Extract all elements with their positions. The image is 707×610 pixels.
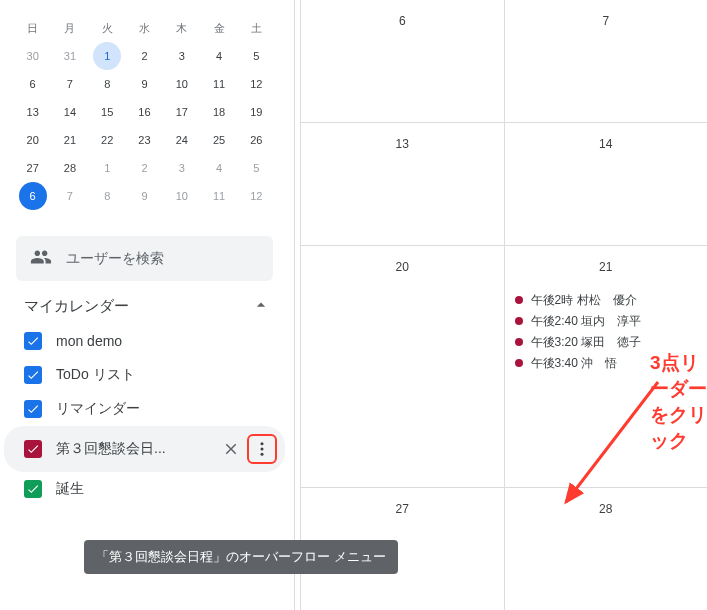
mini-day[interactable]: 30 <box>19 42 47 70</box>
close-icon[interactable] <box>217 435 245 463</box>
svg-point-1 <box>261 448 264 451</box>
mini-calendar: 日月火水木金土 30311234567891011121314151617181… <box>4 10 285 220</box>
event-label: 午後2時 村松 優介 <box>531 292 637 309</box>
mini-dow: 金 <box>200 16 237 42</box>
calendar-item[interactable]: リマインダー <box>4 392 285 426</box>
event-item[interactable]: 午後2時 村松 優介 <box>515 290 698 311</box>
mini-day[interactable]: 17 <box>168 98 196 126</box>
mini-day[interactable]: 23 <box>130 126 158 154</box>
mini-day[interactable]: 8 <box>93 70 121 98</box>
mini-day[interactable]: 4 <box>205 154 233 182</box>
mini-day[interactable]: 1 <box>93 154 121 182</box>
search-people[interactable]: ユーザーを検索 <box>16 236 273 281</box>
mini-dow: 日 <box>14 16 51 42</box>
mini-day[interactable]: 14 <box>56 98 84 126</box>
calendar-label: mon demo <box>56 333 277 349</box>
event-dot-icon <box>515 317 523 325</box>
chevron-up-icon <box>251 295 271 318</box>
overflow-tooltip: 「第３回懇談会日程」のオーバーフロー メニュー <box>84 540 398 574</box>
day-number: 27 <box>396 502 409 516</box>
calendar-label: 第３回懇談会日... <box>56 440 203 458</box>
mini-day[interactable]: 6 <box>19 182 47 210</box>
mini-day[interactable]: 9 <box>130 70 158 98</box>
svg-point-2 <box>261 453 264 456</box>
overflow-menu-button[interactable] <box>247 434 277 464</box>
calendar-checkbox[interactable] <box>24 440 42 458</box>
mini-dow: 火 <box>89 16 126 42</box>
mini-day[interactable]: 27 <box>19 154 47 182</box>
event-item[interactable]: 午後2:40 垣内 淳平 <box>515 311 698 332</box>
mini-day[interactable]: 7 <box>56 182 84 210</box>
mini-day[interactable]: 11 <box>205 182 233 210</box>
mini-day[interactable]: 22 <box>93 126 121 154</box>
mini-day[interactable]: 3 <box>168 154 196 182</box>
mini-day[interactable]: 12 <box>242 182 270 210</box>
day-cell[interactable]: 7 <box>504 0 708 122</box>
svg-point-0 <box>261 442 264 445</box>
mini-day[interactable]: 12 <box>242 70 270 98</box>
mini-day[interactable]: 16 <box>130 98 158 126</box>
mini-day[interactable]: 10 <box>168 182 196 210</box>
mini-dow: 土 <box>238 16 275 42</box>
event-label: 午後3:40 沖 悟 <box>531 355 618 372</box>
event-dot-icon <box>515 296 523 304</box>
calendar-label: 誕生 <box>56 480 277 498</box>
calendar-checkbox[interactable] <box>24 400 42 418</box>
day-number: 20 <box>396 260 409 274</box>
vertical-divider <box>290 0 300 610</box>
day-cell[interactable]: 20 <box>300 245 504 488</box>
mini-day[interactable]: 26 <box>242 126 270 154</box>
day-number: 28 <box>599 502 612 516</box>
my-calendars-title: マイカレンダー <box>24 297 129 316</box>
mini-day[interactable]: 18 <box>205 98 233 126</box>
day-number: 21 <box>599 260 612 274</box>
mini-dow: 月 <box>51 16 88 42</box>
mini-day[interactable]: 11 <box>205 70 233 98</box>
mini-day[interactable]: 13 <box>19 98 47 126</box>
mini-day[interactable]: 3 <box>168 42 196 70</box>
day-cell[interactable]: 28 <box>504 487 708 610</box>
mini-day[interactable]: 10 <box>168 70 196 98</box>
mini-day[interactable]: 6 <box>19 70 47 98</box>
calendar-item[interactable]: ToDo リスト <box>4 358 285 392</box>
day-cell[interactable]: 6 <box>300 0 504 122</box>
mini-dow: 水 <box>126 16 163 42</box>
event-dot-icon <box>515 338 523 346</box>
mini-day[interactable]: 25 <box>205 126 233 154</box>
mini-day[interactable]: 2 <box>130 154 158 182</box>
day-number: 6 <box>399 14 406 28</box>
calendar-checkbox[interactable] <box>24 480 42 498</box>
day-cell[interactable]: 14 <box>504 122 708 245</box>
mini-day[interactable]: 31 <box>56 42 84 70</box>
day-cell[interactable]: 13 <box>300 122 504 245</box>
main-calendar: 6713142021午後2時 村松 優介午後2:40 垣内 淳平午後3:20 塚… <box>300 0 707 610</box>
mini-day[interactable]: 15 <box>93 98 121 126</box>
mini-day[interactable]: 20 <box>19 126 47 154</box>
day-number: 14 <box>599 137 612 151</box>
calendar-item[interactable]: mon demo <box>4 324 285 358</box>
mini-day[interactable]: 28 <box>56 154 84 182</box>
calendar-checkbox[interactable] <box>24 366 42 384</box>
people-icon <box>30 246 52 271</box>
mini-day[interactable]: 4 <box>205 42 233 70</box>
mini-day[interactable]: 9 <box>130 182 158 210</box>
mini-day[interactable]: 1 <box>93 42 121 70</box>
day-number: 13 <box>396 137 409 151</box>
mini-day[interactable]: 7 <box>56 70 84 98</box>
event-label: 午後2:40 垣内 淳平 <box>531 313 642 330</box>
mini-day[interactable]: 5 <box>242 154 270 182</box>
my-calendars-header[interactable]: マイカレンダー <box>4 281 285 324</box>
calendar-label: リマインダー <box>56 400 277 418</box>
calendar-item[interactable]: 第３回懇談会日... <box>4 426 285 472</box>
mini-day[interactable]: 5 <box>242 42 270 70</box>
mini-day[interactable]: 8 <box>93 182 121 210</box>
calendar-item[interactable]: 誕生 <box>4 472 285 506</box>
annotation-text: 3点リーダーをクリック <box>650 350 707 454</box>
search-people-label: ユーザーを検索 <box>66 250 164 268</box>
mini-day[interactable]: 24 <box>168 126 196 154</box>
calendar-list: mon demoToDo リストリマインダー第３回懇談会日...誕生 <box>4 324 285 506</box>
mini-day[interactable]: 21 <box>56 126 84 154</box>
calendar-checkbox[interactable] <box>24 332 42 350</box>
mini-day[interactable]: 19 <box>242 98 270 126</box>
mini-day[interactable]: 2 <box>130 42 158 70</box>
